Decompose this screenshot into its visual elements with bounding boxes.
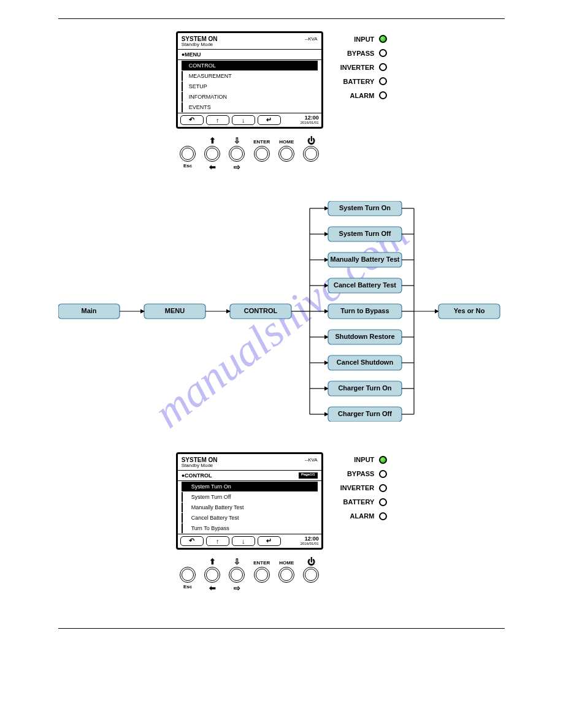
menu-item-events[interactable]: EVENTS: [182, 102, 318, 112]
hardkey-power[interactable]: ⏻: [303, 137, 319, 170]
led-bypass: [379, 49, 387, 57]
svg-text:Manually Battery Test: Manually Battery Test: [331, 256, 400, 263]
softkey-enter-icon[interactable]: ↵: [258, 115, 281, 125]
led-alarm: [379, 91, 387, 99]
lcd-time: 12:00: [301, 536, 319, 542]
hardkey-home[interactable]: HOME: [278, 558, 294, 591]
hardkey-down-right[interactable]: ⇩ ⇨: [229, 137, 245, 170]
led-battery: [379, 77, 387, 85]
lcd-breadcrumb: ●MENU: [178, 49, 321, 60]
hardkey-home[interactable]: HOME: [278, 137, 294, 170]
svg-text:System Turn Off: System Turn Off: [339, 230, 391, 237]
control-item-system-turn-off[interactable]: System Turn Off: [182, 492, 318, 502]
lcd-breadcrumb: ●CONTROL Page1/1: [178, 470, 321, 481]
led-label-alarm: ALARM: [350, 512, 375, 520]
menu-item-setup[interactable]: SETUP: [182, 82, 318, 91]
control-item-turn-to-bypass[interactable]: Turn To Bypass: [182, 523, 318, 533]
hard-key-row: Esc ⬆⬅ ⇩⇨ ENTER HOME ⏻: [180, 558, 319, 591]
control-menu-flowchart: Main MENU CONTROL System Turn OnSystem T…: [58, 201, 505, 422]
lcd-date: 2016/01/01: [301, 542, 319, 545]
hardkey-power[interactable]: ⏻: [303, 558, 319, 591]
page-indicator: Page1/1: [299, 472, 318, 479]
led-label-input: INPUT: [354, 36, 374, 43]
hardkey-down-right[interactable]: ⇩⇨: [229, 558, 245, 591]
ups-panel-block-2: SYSTEM ON Standby Mode --KVA ●CONTROL Pa…: [58, 452, 505, 591]
svg-text:Turn to Bypass: Turn to Bypass: [340, 307, 389, 314]
svg-text:Cancel Shutdown: Cancel Shutdown: [337, 358, 394, 366]
led-column: INPUT BYPASS INVERTER BATTERY ALARM: [340, 452, 388, 591]
svg-text:Shutdown Restore: Shutdown Restore: [335, 333, 394, 340]
led-label-battery: BATTERY: [343, 78, 375, 85]
lcd-screen: SYSTEM ON Standby Mode --KVA ●CONTROL Pa…: [176, 452, 323, 550]
bottom-rule: [58, 628, 505, 629]
led-bypass: [379, 470, 387, 478]
softkey-enter-icon[interactable]: ↵: [258, 536, 281, 546]
lcd-date: 2016/01/01: [301, 121, 319, 124]
led-battery: [379, 498, 387, 506]
led-label-alarm: ALARM: [350, 92, 375, 99]
lcd-kva: --KVA: [305, 37, 318, 42]
control-item-cancel-battery-test[interactable]: Cancel Battery Test: [182, 513, 318, 523]
power-icon: ⏻: [307, 558, 315, 566]
led-input: [379, 35, 387, 43]
led-label-inverter: INVERTER: [340, 484, 375, 491]
led-inverter: [379, 63, 387, 71]
hardkey-enter[interactable]: ENTER: [253, 558, 270, 591]
led-column: INPUT BYPASS INVERTER BATTERY ALARM: [340, 31, 388, 170]
lcd-subtitle: Standby Mode: [182, 463, 318, 469]
svg-text:Main: Main: [81, 307, 96, 314]
svg-text:Charger Turn Off: Charger Turn Off: [338, 410, 392, 417]
softkey-down-icon[interactable]: ↓: [232, 115, 255, 125]
softkey-back-icon[interactable]: ↶: [180, 536, 204, 546]
softkey-down-icon[interactable]: ↓: [232, 536, 255, 546]
menu-item-information[interactable]: INFORMATION: [182, 92, 318, 102]
hardkey-up-left[interactable]: ⬆ ⬅: [204, 137, 220, 170]
lcd-kva: --KVA: [305, 458, 318, 463]
hardkey-esc[interactable]: Esc: [180, 558, 196, 591]
svg-text:Charger Turn On: Charger Turn On: [338, 384, 391, 392]
softkey-back-icon[interactable]: ↶: [180, 115, 204, 125]
led-label-inverter: INVERTER: [340, 64, 375, 71]
led-label-bypass: BYPASS: [347, 50, 374, 57]
hardkey-esc[interactable]: Esc: [180, 137, 196, 170]
led-input: [379, 456, 387, 464]
lcd-menu-list: CONTROL MEASUREMENT SETUP INFORMATION EV…: [178, 61, 321, 112]
power-icon: ⏻: [307, 137, 315, 145]
control-item-system-turn-on[interactable]: System Turn On: [182, 482, 318, 491]
lcd-subtitle: Standby Mode: [182, 42, 318, 48]
softkey-up-icon[interactable]: ↑: [206, 115, 229, 125]
svg-text:Cancel Battery Test: Cancel Battery Test: [334, 281, 396, 289]
svg-text:MENU: MENU: [165, 307, 185, 314]
softkey-up-icon[interactable]: ↑: [206, 536, 229, 546]
hard-key-row: Esc ⬆ ⬅ ⇩ ⇨ ENTER HOME: [180, 137, 319, 170]
hardkey-up-left[interactable]: ⬆⬅: [204, 558, 220, 591]
led-label-input: INPUT: [354, 456, 374, 463]
led-inverter: [379, 484, 387, 492]
ups-panel-block-1: SYSTEM ON Standby Mode --KVA ●MENU CONTR…: [58, 31, 505, 170]
lcd-menu-list: System Turn On System Turn Off Manually …: [178, 482, 321, 533]
svg-text:System Turn On: System Turn On: [339, 204, 391, 211]
led-label-bypass: BYPASS: [347, 470, 374, 477]
menu-item-measurement[interactable]: MEASUREMENT: [182, 71, 318, 81]
led-alarm: [379, 512, 387, 520]
svg-text:CONTROL: CONTROL: [244, 307, 278, 314]
top-rule: [58, 18, 505, 19]
svg-text:Yes or No: Yes or No: [454, 307, 485, 314]
control-item-manually-battery-test[interactable]: Manually Battery Test: [182, 502, 318, 512]
menu-item-control[interactable]: CONTROL: [182, 61, 318, 70]
lcd-time: 12:00: [301, 115, 319, 121]
led-label-battery: BATTERY: [343, 498, 375, 506]
lcd-screen: SYSTEM ON Standby Mode --KVA ●MENU CONTR…: [176, 31, 323, 129]
hardkey-enter[interactable]: ENTER: [253, 137, 270, 170]
